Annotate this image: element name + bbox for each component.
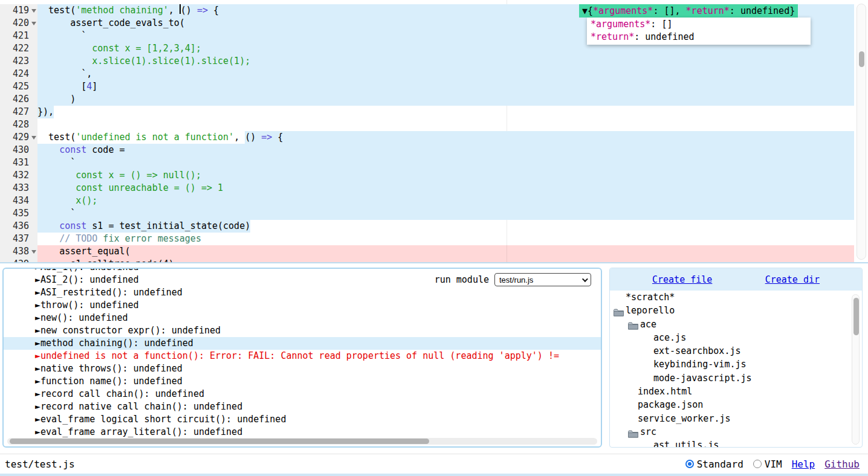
test-result-item[interactable]: ►ASI_restrited(): undefined <box>4 286 601 299</box>
code-line[interactable]: 424 `, <box>0 68 854 80</box>
code-line[interactable]: 431 ` <box>0 156 854 169</box>
test-result-item[interactable]: ►native throws(): undefined <box>4 362 601 375</box>
expand-arrow-icon[interactable]: ► <box>35 338 40 349</box>
test-result-item[interactable]: ►record call chain(): undefined <box>4 388 601 400</box>
file-tree-item[interactable]: package.json <box>610 398 862 411</box>
code-token: () <box>245 132 261 143</box>
expand-arrow-icon[interactable]: ► <box>35 268 40 272</box>
expand-arrow-icon[interactable]: ► <box>35 401 40 412</box>
expand-arrow-icon[interactable]: ► <box>35 426 40 437</box>
expand-arrow-icon[interactable]: ► <box>35 363 40 374</box>
code-line[interactable]: 434 x(); <box>0 195 854 207</box>
file-tree-item[interactable]: ast_utils.js <box>610 439 862 448</box>
file-tree-scrollbar-thumb[interactable] <box>853 298 859 335</box>
code-line-content[interactable]: [4] <box>37 80 854 93</box>
code-line-content[interactable]: ` <box>37 156 854 169</box>
value-tooltip-header[interactable]: ▼{*arguments*: [], *return*: undefined} <box>579 4 798 18</box>
expand-arrow-icon[interactable]: ► <box>35 287 40 298</box>
code-line-content[interactable]: s1.calltree_node(4) <box>37 258 854 263</box>
help-link[interactable]: Help <box>792 458 815 470</box>
expand-arrow-icon[interactable]: ► <box>35 325 40 336</box>
code-line-content[interactable]: const s1 = test_initial_state(code) <box>37 220 854 233</box>
code-line[interactable]: 423 x.slice(1).slice(1).slice(1); <box>0 55 854 68</box>
expand-arrow-icon[interactable]: ► <box>35 414 40 425</box>
test-result-item[interactable]: ►throw(): undefined <box>4 299 601 312</box>
radio-selected-icon[interactable] <box>685 460 694 468</box>
expand-arrow-icon[interactable]: ► <box>35 376 40 387</box>
code-line-content[interactable]: x.slice(1).slice(1).slice(1); <box>37 55 854 68</box>
code-line[interactable]: 438 assert_equal( <box>0 245 854 258</box>
expand-arrow-icon[interactable]: ► <box>35 300 40 310</box>
editor-scrollbar[interactable] <box>857 4 866 260</box>
code-editor[interactable]: 419 test('method chaining', () => {420 a… <box>0 0 868 263</box>
expand-arrow-icon[interactable]: ► <box>35 274 40 285</box>
test-result-item[interactable]: ►new constructor expr(): undefined <box>4 324 601 337</box>
code-line[interactable]: 429 test('undefined is not a function', … <box>0 131 854 144</box>
run-module-select[interactable]: test/run.js <box>494 273 591 286</box>
file-tree-item[interactable]: ace <box>610 318 862 331</box>
code-line-content[interactable]: }), <box>37 106 854 118</box>
code-line-content[interactable]: ) <box>37 93 854 106</box>
code-line-content[interactable]: const x = () => null(); <box>37 169 854 182</box>
test-result-item[interactable]: ►undefined is not a function(): Error: F… <box>4 350 601 362</box>
gutter-cell: 424 <box>0 68 37 80</box>
code-line[interactable]: 436 const s1 = test_initial_state(code) <box>0 220 854 233</box>
code-line[interactable]: 437 // TODO fix error messages <box>0 233 854 245</box>
github-link[interactable]: Github <box>824 458 860 470</box>
test-result-item[interactable]: ►eval_frame logical short circuit(): und… <box>4 413 601 426</box>
fold-widget-icon[interactable] <box>31 22 36 25</box>
test-result-item[interactable]: ►record native call chain(): undefined <box>4 400 601 413</box>
file-tree-item[interactable]: mode-javascript.js <box>610 371 862 385</box>
code-line-content[interactable]: const unreachable = () => 1 <box>37 182 854 195</box>
create-file-link[interactable]: Create file <box>652 274 712 285</box>
code-line[interactable]: 425 [4] <box>0 80 854 93</box>
expand-arrow-icon[interactable]: ► <box>35 350 40 361</box>
file-tree-item[interactable]: keybinding-vim.js <box>610 358 862 371</box>
code-line-content[interactable] <box>37 118 854 131</box>
tooltip-entry[interactable]: *return*: undefined <box>587 31 811 43</box>
code-line[interactable]: 426 ) <box>0 93 854 106</box>
file-tree-item[interactable]: ext-searchbox.js <box>610 344 862 358</box>
code-line-content[interactable]: test('undefined is not a function', () =… <box>37 131 854 144</box>
file-tree-item[interactable]: index.html <box>610 385 862 398</box>
code-line[interactable]: 432 const x = () => null(); <box>0 169 854 182</box>
fold-widget-icon[interactable] <box>31 136 36 140</box>
file-tree-item[interactable]: service_worker.js <box>610 412 862 425</box>
keybinding-standard-option[interactable]: Standard <box>685 458 743 470</box>
code-line[interactable]: 439 s1.calltree_node(4) <box>0 258 854 263</box>
code-line-content[interactable]: const code = <box>37 144 854 156</box>
code-line-content[interactable]: // TODO fix error messages <box>37 233 854 245</box>
file-tree-item[interactable]: leporello <box>610 304 862 317</box>
keybinding-vim-option[interactable]: VIM <box>753 458 782 470</box>
code-line[interactable]: 435 ` <box>0 207 854 220</box>
code-token: `, <box>81 68 92 80</box>
test-result-item[interactable]: ►method chaining(): undefined <box>4 337 601 350</box>
create-dir-link[interactable]: Create dir <box>765 274 820 285</box>
code-token: [ <box>81 80 86 93</box>
fold-widget-icon[interactable] <box>31 9 36 13</box>
expand-arrow-icon[interactable]: ► <box>35 312 40 323</box>
test-result-item[interactable]: ►new(): undefined <box>4 312 601 324</box>
radio-unselected-icon[interactable] <box>753 460 762 468</box>
code-line[interactable]: 427}), <box>0 106 854 118</box>
code-line-content[interactable]: ` <box>37 207 854 220</box>
code-line[interactable]: 430 const code = <box>0 144 854 156</box>
tooltip-entry[interactable]: *arguments*: [] <box>587 18 811 31</box>
fold-widget-icon[interactable] <box>31 250 36 254</box>
indent <box>37 258 70 263</box>
code-line-content[interactable]: `, <box>37 68 854 80</box>
file-tree-item[interactable]: src <box>610 425 862 439</box>
expand-arrow-icon[interactable]: ► <box>35 388 40 399</box>
test-result-item[interactable]: ►function name(): undefined <box>4 375 601 388</box>
code-line[interactable]: 433 const unreachable = () => 1 <box>0 182 854 195</box>
calltree-h-scrollbar-thumb[interactable] <box>10 439 429 444</box>
file-tree-item[interactable]: *scratch* <box>610 291 862 304</box>
editor-scrollbar-thumb[interactable] <box>859 51 864 67</box>
code-line-content[interactable]: x(); <box>37 195 854 207</box>
file-tree-item[interactable]: ace.js <box>610 331 862 344</box>
test-result-item[interactable]: ►eval_frame array_literal(): undefined <box>4 426 601 439</box>
file-tree-scrollbar[interactable] <box>852 294 860 445</box>
calltree-h-scrollbar[interactable] <box>7 438 597 445</box>
code-line-content[interactable]: assert_equal( <box>37 245 854 258</box>
code-line[interactable]: 428 <box>0 118 854 131</box>
